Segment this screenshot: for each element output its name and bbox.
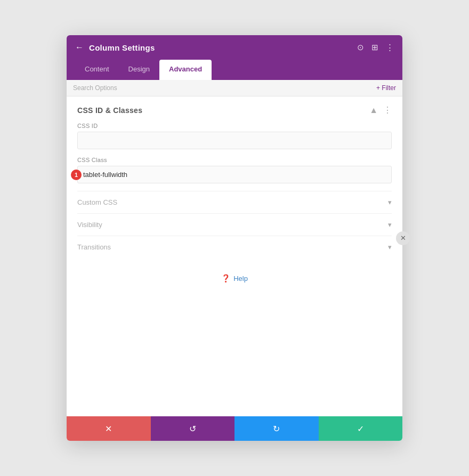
column-settings-modal: ← Column Settings ⊙ ⊞ ⋮ Content Design A… (67, 35, 402, 441)
modal-footer: ✕ ↺ ↻ ✓ (67, 416, 402, 441)
css-section-header: CSS ID & Classes ▲ ⋮ (77, 105, 392, 115)
css-section-title: CSS ID & Classes (77, 106, 142, 115)
tab-content[interactable]: Content (75, 60, 119, 80)
css-class-badge: 1 (71, 170, 82, 180)
custom-css-label: Custom CSS (77, 198, 117, 206)
tab-advanced[interactable]: Advanced (159, 60, 212, 80)
search-bar: Search Options + Filter (67, 80, 402, 96)
cancel-button[interactable]: ✕ (67, 416, 151, 441)
tabs-bar: Content Design Advanced (67, 60, 402, 80)
collapse-icon[interactable]: ▲ (369, 106, 378, 115)
tab-design[interactable]: Design (119, 60, 159, 80)
transitions-section[interactable]: Transitions ▾ (77, 236, 392, 258)
css-class-field-group: CSS Class 1 (77, 157, 392, 183)
css-id-label: CSS ID (77, 123, 392, 129)
close-button[interactable]: ✕ (396, 231, 410, 245)
section-more-icon[interactable]: ⋮ (383, 105, 392, 115)
css-class-label: CSS Class (77, 157, 392, 163)
help-section[interactable]: ❓ Help (77, 274, 392, 283)
css-id-input[interactable] (77, 132, 392, 149)
modal-outer: ← Column Settings ⊙ ⊞ ⋮ Content Design A… (67, 35, 402, 441)
visibility-chevron: ▾ (388, 221, 392, 229)
screen-icon[interactable]: ⊙ (357, 43, 364, 52)
custom-css-section[interactable]: Custom CSS ▾ (77, 191, 392, 213)
css-id-field-group: CSS ID (77, 123, 392, 149)
undo-button[interactable]: ↺ (151, 416, 235, 441)
visibility-section[interactable]: Visibility ▾ (77, 213, 392, 236)
section-controls: ▲ ⋮ (369, 105, 392, 115)
help-label: Help (233, 275, 248, 283)
layout-icon[interactable]: ⊞ (371, 43, 378, 52)
custom-css-chevron: ▾ (388, 198, 392, 206)
modal-title: Column Settings (89, 43, 155, 52)
search-options-label: Search Options (73, 84, 117, 92)
header-left: ← Column Settings (75, 43, 155, 52)
content-area: CSS ID & Classes ▲ ⋮ CSS ID CSS Class 1 (67, 96, 402, 416)
css-class-input[interactable] (77, 166, 392, 183)
header-right: ⊙ ⊞ ⋮ (357, 43, 394, 52)
transitions-label: Transitions (77, 243, 111, 251)
back-icon[interactable]: ← (75, 43, 84, 52)
save-button[interactable]: ✓ (319, 416, 403, 441)
modal-header: ← Column Settings ⊙ ⊞ ⋮ (67, 35, 402, 60)
visibility-label: Visibility (77, 221, 102, 229)
help-icon: ❓ (221, 274, 230, 283)
redo-button[interactable]: ↻ (234, 416, 319, 441)
filter-button[interactable]: + Filter (376, 84, 396, 92)
more-icon[interactable]: ⋮ (386, 43, 394, 52)
transitions-chevron: ▾ (388, 243, 392, 251)
